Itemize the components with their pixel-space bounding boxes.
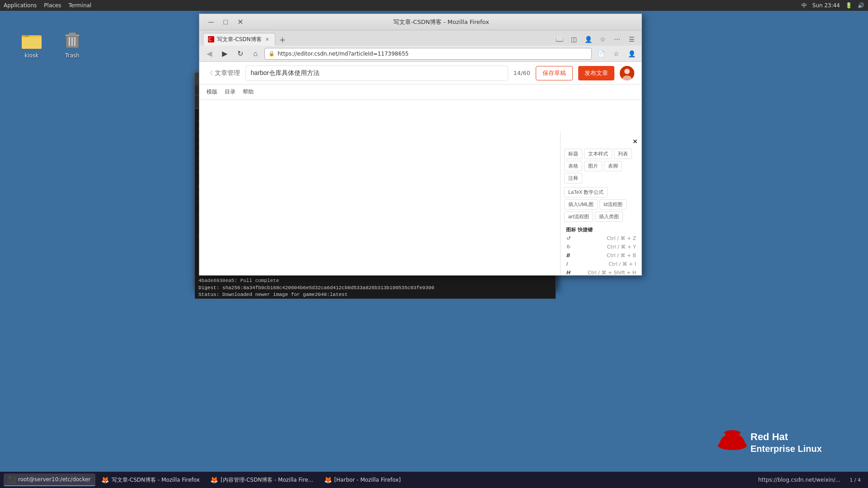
shortcut-redo: ↻ Ctrl / ⌘ + Y	[561, 243, 642, 251]
reader-view-btn[interactable]: 📖	[553, 33, 566, 46]
tab-favicon: C	[208, 36, 214, 42]
firefox-toolbar: ◀ ▶ ↻ ⌂ 🔒 https://editor.csdn.net/md?art…	[199, 46, 642, 62]
btn-heading[interactable]: 标题	[564, 149, 582, 159]
publish-button[interactable]: 发布文章	[578, 66, 614, 80]
extensions-btn[interactable]: ⋯	[611, 33, 623, 46]
svg-text:C: C	[208, 37, 212, 42]
firefox-titlebar: ─ □ ✕ 写文章-CSDN博客 - Mozilla Firefox	[199, 14, 642, 30]
svg-point-20	[624, 69, 630, 74]
url-bar[interactable]: 🔒 https://editor.csdn.net/md?articleId=1…	[264, 48, 592, 60]
shortcut-heading: H Ctrl / ⌘ + Shift + H	[561, 268, 642, 275]
menu-applications[interactable]: Applications	[4, 2, 37, 9]
redhat-logo: Red Hat Enterprise Linux	[714, 423, 841, 461]
btn-annotation[interactable]: 注释	[564, 173, 582, 183]
battery-icon: 🔋	[845, 2, 852, 9]
article-title-input[interactable]	[245, 66, 508, 81]
container-btn[interactable]: 👤	[625, 47, 638, 60]
csdn-editor-toolbar: 模版 目录 帮助	[199, 84, 642, 100]
firefox-window: ─ □ ✕ 写文章-CSDN博客 - Mozilla Firefox C 写文章…	[199, 14, 642, 276]
btn-uml[interactable]: 插入UML图	[564, 199, 598, 210]
shortcut-undo: ↺ Ctrl / ⌘ + Z	[561, 234, 642, 243]
sidebar-formatting-buttons: 标题 文本样式 列表 表格 图片 表脚 注释	[561, 147, 642, 185]
btn-table[interactable]: 表格	[564, 161, 582, 171]
lock-icon: 🔒	[269, 51, 275, 56]
svg-point-10	[724, 430, 741, 436]
btn-art-flowchart[interactable]: art流程图	[564, 211, 593, 222]
btn-image[interactable]: 图片	[584, 161, 602, 171]
btn-latex[interactable]: LaTeX 数学公式	[564, 187, 608, 197]
desktop-icon-trash[interactable]: Trash	[54, 29, 90, 59]
sidebar-special-buttons: LaTeX 数学公式 插入UML图 ld流程图 art流程图 插入类图	[561, 185, 642, 224]
toolbar-help[interactable]: 帮助	[240, 87, 256, 97]
menu-terminal[interactable]: Terminal	[68, 2, 91, 9]
firefox-tabs-row: C 写文章-CSDN博客 ✕ + 📖 ◫ 👤 ☆ ⋯ ☰	[199, 30, 642, 46]
taskbar-item-firefox-1[interactable]: 🦊 写文章-CSDN博客 - Mozilla Firefox	[97, 474, 204, 486]
taskbar-firefox-3-label: [Harbor - Mozilla Firefox]	[334, 477, 401, 483]
bookmark-star-btn[interactable]: ☆	[610, 47, 623, 60]
btn-flowchart[interactable]: ld流程图	[599, 199, 627, 210]
reload-button[interactable]: ↻	[234, 47, 246, 60]
taskbar-item-terminal[interactable]: ⬛ root@server10:/etc/docker	[4, 474, 95, 486]
firefox-tab-0-close[interactable]: ✕	[264, 36, 270, 43]
desktop: kiosk Trash	[0, 11, 190, 372]
taskbar: ⬛ root@server10:/etc/docker 🦊 写文章-CSDN博客…	[0, 472, 868, 488]
taskbar-item-firefox-2[interactable]: 🦊 [内容管理-CSDN博客 - Mozilla Fire...	[206, 474, 318, 486]
reader-mode-btn[interactable]: 📄	[594, 47, 607, 60]
forward-button[interactable]: ▶	[218, 47, 231, 60]
taskbar-firefox-2-label: [内容管理-CSDN博客 - Mozilla Fire...	[221, 476, 313, 484]
terminal-task-icon: ⬛	[8, 476, 15, 483]
kiosk-folder-icon	[21, 29, 42, 51]
volume-icon: 🔊	[858, 2, 864, 9]
toolbar-template[interactable]: 模版	[204, 87, 220, 97]
taskbar-item-firefox-3[interactable]: 🦊 [Harbor - Mozilla Firefox]	[320, 474, 405, 486]
firefox-tab-0[interactable]: C 写文章-CSDN博客 ✕	[203, 33, 275, 46]
svg-text:Red Hat: Red Hat	[750, 431, 788, 442]
taskbar-right-url: https://blog.csdn.net/weixin/...	[755, 477, 844, 483]
csdn-header: 〈 文章管理 14/60 保存草稿 发布文章	[199, 62, 642, 84]
back-button[interactable]: ◀	[203, 47, 216, 60]
btn-text-style[interactable]: 文本样式	[584, 149, 612, 159]
firefox-window-title: 写文章-CSDN博客 - Mozilla Firefox	[246, 18, 636, 26]
page-indicator: 1 / 4	[846, 477, 864, 483]
user-avatar[interactable]	[620, 66, 634, 80]
home-button[interactable]: ⌂	[249, 47, 262, 60]
btn-footnote[interactable]: 表脚	[604, 161, 622, 171]
firefox-new-tab-button[interactable]: +	[276, 33, 289, 46]
firefox-close-button[interactable]: ✕	[234, 16, 246, 28]
taskbar-firefox-1-label: 写文章-CSDN博客 - Mozilla Firefox	[112, 476, 200, 484]
desktop-icon-kiosk[interactable]: kiosk	[14, 29, 50, 59]
btn-list[interactable]: 列表	[614, 149, 632, 159]
top-menubar: Applications Places Terminal 中 Sun 23:44…	[0, 0, 868, 11]
csdn-right-sidebar: ✕ 标题 文本样式 列表 表格 图片 表脚 注释 LaTeX 数学公式 插入UM…	[560, 132, 642, 275]
firefox-window-controls: ─ □ ✕	[205, 16, 246, 28]
synced-tabs-btn[interactable]: 👤	[582, 33, 594, 46]
firefox-tab-toolbar: 📖 ◫ 👤 ☆ ⋯ ☰	[553, 33, 638, 46]
word-count: 14/60	[514, 70, 530, 76]
menubar-right: 中 Sun 23:44 🔋 🔊	[802, 2, 864, 9]
kiosk-label: kiosk	[25, 52, 39, 59]
svg-rect-8	[69, 33, 76, 35]
sidebar-close-button[interactable]: ✕	[632, 138, 638, 145]
menu-places[interactable]: Places	[44, 2, 61, 9]
menu-btn[interactable]: ☰	[625, 33, 638, 46]
firefox-minimize-button[interactable]: ─	[205, 16, 217, 28]
bookmarks-btn[interactable]: ☆	[596, 33, 609, 46]
firefox-maximize-button[interactable]: □	[219, 16, 232, 28]
sidebar-toggle-btn[interactable]: ◫	[567, 33, 580, 46]
shortcuts-title: 图标 快捷键	[561, 224, 642, 234]
toolbar-toc[interactable]: 目录	[222, 87, 238, 97]
svg-rect-6	[74, 37, 75, 46]
save-draft-button[interactable]: 保存草稿	[536, 66, 573, 80]
btn-class-diagram[interactable]: 插入类图	[595, 211, 623, 222]
time-display: Sun 23:44	[812, 2, 840, 9]
svg-text:Enterprise Linux: Enterprise Linux	[750, 444, 822, 454]
csdn-back-button[interactable]: 〈 文章管理	[207, 69, 240, 77]
editor-area: 模版 目录 帮助 ✕ 标题 文本样式 列表 表格	[199, 84, 642, 275]
taskbar-url-text: https://blog.csdn.net/weixin/...	[758, 477, 840, 483]
shortcut-italic: I Ctrl / ⌘ + I	[561, 260, 642, 268]
taskbar-terminal-label: root@server10:/etc/docker	[18, 476, 91, 483]
firefox-task-icon-3: 🦊	[324, 476, 331, 483]
shortcut-bold: B Ctrl / ⌘ + B	[561, 251, 642, 260]
svg-rect-2	[22, 37, 42, 49]
firefox-task-icon-2: 🦊	[211, 476, 218, 483]
